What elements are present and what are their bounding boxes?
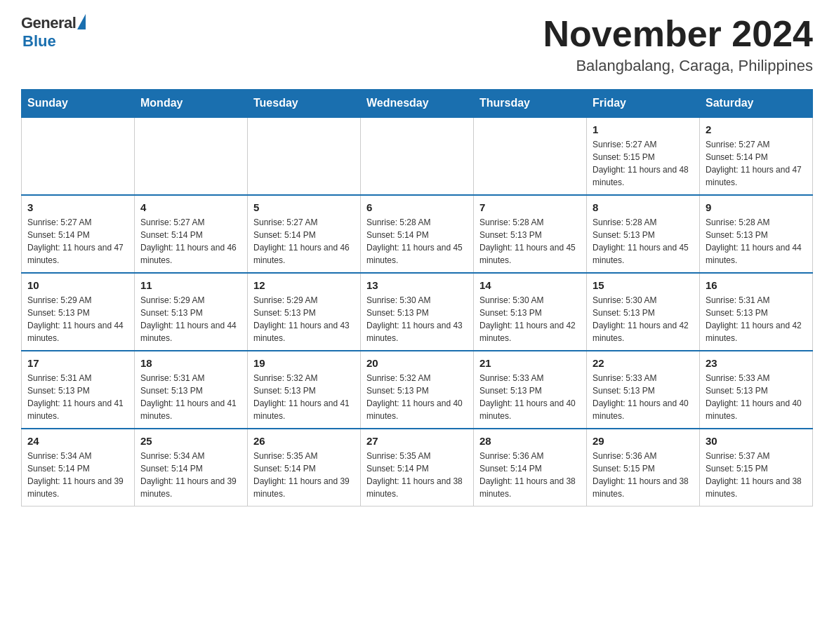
day-number: 27 [366,435,468,447]
day-number: 11 [140,279,241,291]
calendar-cell: 19Sunrise: 5:32 AMSunset: 5:13 PMDayligh… [248,351,361,429]
day-number: 4 [140,201,241,213]
day-header-sunday: Sunday [22,90,135,118]
calendar-cell: 21Sunrise: 5:33 AMSunset: 5:13 PMDayligh… [474,351,587,429]
day-info: Sunrise: 5:33 AMSunset: 5:13 PMDaylight:… [593,372,694,422]
calendar-cell: 17Sunrise: 5:31 AMSunset: 5:13 PMDayligh… [22,351,135,429]
day-number: 13 [366,279,468,291]
calendar-cell: 30Sunrise: 5:37 AMSunset: 5:15 PMDayligh… [700,429,813,507]
day-info: Sunrise: 5:27 AMSunset: 5:14 PMDaylight:… [140,216,241,267]
calendar-cell: 27Sunrise: 5:35 AMSunset: 5:14 PMDayligh… [361,429,474,507]
day-info: Sunrise: 5:33 AMSunset: 5:13 PMDaylight:… [706,372,807,422]
calendar-cell: 22Sunrise: 5:33 AMSunset: 5:13 PMDayligh… [587,351,700,429]
calendar-cell: 20Sunrise: 5:32 AMSunset: 5:13 PMDayligh… [361,351,474,429]
calendar-cell: 14Sunrise: 5:30 AMSunset: 5:13 PMDayligh… [474,273,587,351]
title-section: November 2024 Balangbalang, Caraga, Phil… [543,14,813,75]
day-info: Sunrise: 5:27 AMSunset: 5:14 PMDaylight:… [706,138,807,189]
day-number: 23 [706,357,807,369]
day-number: 21 [479,357,581,369]
day-info: Sunrise: 5:27 AMSunset: 5:15 PMDaylight:… [593,138,694,189]
day-info: Sunrise: 5:29 AMSunset: 5:13 PMDaylight:… [27,294,128,344]
day-number: 9 [706,201,807,213]
day-number: 18 [140,357,241,369]
logo: General Blue [21,14,86,51]
logo-blue-text: Blue [22,32,56,51]
day-info: Sunrise: 5:29 AMSunset: 5:13 PMDaylight:… [140,294,241,344]
page-header: General Blue November 2024 Balangbalang,… [21,14,813,75]
day-info: Sunrise: 5:30 AMSunset: 5:13 PMDaylight:… [479,294,581,344]
day-number: 19 [253,357,355,369]
day-info: Sunrise: 5:28 AMSunset: 5:13 PMDaylight:… [479,216,581,267]
day-number: 10 [27,279,128,291]
calendar-cell: 3Sunrise: 5:27 AMSunset: 5:14 PMDaylight… [22,195,135,273]
calendar-cell: 18Sunrise: 5:31 AMSunset: 5:13 PMDayligh… [135,351,248,429]
day-info: Sunrise: 5:28 AMSunset: 5:13 PMDaylight:… [706,216,807,267]
day-info: Sunrise: 5:28 AMSunset: 5:13 PMDaylight:… [593,216,694,267]
day-number: 5 [253,201,355,213]
day-info: Sunrise: 5:32 AMSunset: 5:13 PMDaylight:… [253,372,355,422]
day-header-tuesday: Tuesday [248,90,361,118]
day-number: 16 [706,279,807,291]
day-number: 15 [593,279,694,291]
calendar-cell: 8Sunrise: 5:28 AMSunset: 5:13 PMDaylight… [587,195,700,273]
day-info: Sunrise: 5:30 AMSunset: 5:13 PMDaylight:… [593,294,694,344]
calendar-cell: 12Sunrise: 5:29 AMSunset: 5:13 PMDayligh… [248,273,361,351]
day-info: Sunrise: 5:29 AMSunset: 5:13 PMDaylight:… [253,294,355,344]
day-info: Sunrise: 5:30 AMSunset: 5:13 PMDaylight:… [366,294,468,344]
day-info: Sunrise: 5:34 AMSunset: 5:14 PMDaylight:… [27,450,128,500]
calendar-cell: 25Sunrise: 5:34 AMSunset: 5:14 PMDayligh… [135,429,248,507]
day-number: 2 [706,123,807,135]
day-number: 14 [479,279,581,291]
day-info: Sunrise: 5:31 AMSunset: 5:13 PMDaylight:… [140,372,241,422]
day-number: 7 [479,201,581,213]
day-number: 17 [27,357,128,369]
day-info: Sunrise: 5:27 AMSunset: 5:14 PMDaylight:… [253,216,355,267]
calendar-cell [474,117,587,195]
calendar-cell: 15Sunrise: 5:30 AMSunset: 5:13 PMDayligh… [587,273,700,351]
calendar-cell: 16Sunrise: 5:31 AMSunset: 5:13 PMDayligh… [700,273,813,351]
day-number: 25 [140,435,241,447]
day-info: Sunrise: 5:27 AMSunset: 5:14 PMDaylight:… [27,216,128,267]
calendar-cell: 23Sunrise: 5:33 AMSunset: 5:13 PMDayligh… [700,351,813,429]
calendar-cell: 11Sunrise: 5:29 AMSunset: 5:13 PMDayligh… [135,273,248,351]
month-title: November 2024 [543,14,813,54]
day-number: 8 [593,201,694,213]
day-info: Sunrise: 5:34 AMSunset: 5:14 PMDaylight:… [140,450,241,500]
day-header-wednesday: Wednesday [361,90,474,118]
calendar-cell: 7Sunrise: 5:28 AMSunset: 5:13 PMDaylight… [474,195,587,273]
day-number: 12 [253,279,355,291]
calendar-cell: 28Sunrise: 5:36 AMSunset: 5:14 PMDayligh… [474,429,587,507]
calendar-cell: 26Sunrise: 5:35 AMSunset: 5:14 PMDayligh… [248,429,361,507]
day-info: Sunrise: 5:36 AMSunset: 5:15 PMDaylight:… [593,450,694,500]
day-number: 28 [479,435,581,447]
day-info: Sunrise: 5:35 AMSunset: 5:14 PMDaylight:… [253,450,355,500]
day-info: Sunrise: 5:31 AMSunset: 5:13 PMDaylight:… [706,294,807,344]
day-number: 22 [593,357,694,369]
calendar-table: SundayMondayTuesdayWednesdayThursdayFrid… [21,89,813,507]
calendar-cell [135,117,248,195]
calendar-cell: 10Sunrise: 5:29 AMSunset: 5:13 PMDayligh… [22,273,135,351]
day-info: Sunrise: 5:36 AMSunset: 5:14 PMDaylight:… [479,450,581,500]
day-header-thursday: Thursday [474,90,587,118]
calendar-cell: 9Sunrise: 5:28 AMSunset: 5:13 PMDaylight… [700,195,813,273]
calendar-cell [361,117,474,195]
calendar-cell: 4Sunrise: 5:27 AMSunset: 5:14 PMDaylight… [135,195,248,273]
calendar-cell [22,117,135,195]
day-number: 29 [593,435,694,447]
day-number: 26 [253,435,355,447]
calendar-cell: 5Sunrise: 5:27 AMSunset: 5:14 PMDaylight… [248,195,361,273]
day-header-saturday: Saturday [700,90,813,118]
day-header-friday: Friday [587,90,700,118]
location-title: Balangbalang, Caraga, Philippines [543,57,813,75]
day-number: 24 [27,435,128,447]
day-number: 30 [706,435,807,447]
day-info: Sunrise: 5:32 AMSunset: 5:13 PMDaylight:… [366,372,468,422]
calendar-cell: 1Sunrise: 5:27 AMSunset: 5:15 PMDaylight… [587,117,700,195]
day-number: 6 [366,201,468,213]
calendar-cell: 24Sunrise: 5:34 AMSunset: 5:14 PMDayligh… [22,429,135,507]
logo-general-text: General [21,14,76,32]
logo-triangle-icon [77,14,86,29]
calendar-cell: 29Sunrise: 5:36 AMSunset: 5:15 PMDayligh… [587,429,700,507]
calendar-cell: 6Sunrise: 5:28 AMSunset: 5:14 PMDaylight… [361,195,474,273]
day-info: Sunrise: 5:37 AMSunset: 5:15 PMDaylight:… [706,450,807,500]
